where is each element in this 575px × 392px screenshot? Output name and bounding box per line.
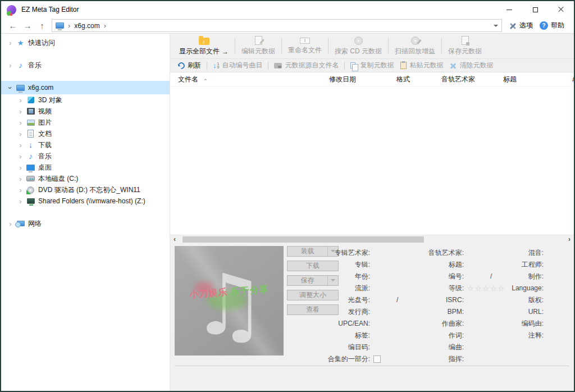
- remixer-field[interactable]: [546, 249, 569, 257]
- isrc-field[interactable]: [467, 296, 489, 304]
- column-header-number[interactable]: #: [572, 72, 575, 86]
- chevron-right-icon[interactable]: ›: [16, 118, 25, 127]
- minimize-button[interactable]: [496, 1, 522, 18]
- chevron-down-icon[interactable]: ›: [6, 83, 15, 93]
- chevron-right-icon[interactable]: ›: [6, 61, 15, 70]
- help-button[interactable]: ? 帮助: [540, 21, 564, 30]
- genre-field[interactable]: [373, 284, 395, 292]
- up-button[interactable]: ↑: [35, 21, 49, 30]
- sidebar-item-quick-access[interactable]: › ★ 快速访问: [1, 36, 170, 49]
- encoded-by-field[interactable]: [546, 320, 569, 327]
- track-artist-field[interactable]: [467, 249, 489, 257]
- label-field[interactable]: [373, 331, 395, 339]
- sidebar-item-downloads[interactable]: › ↓ 下载: [1, 139, 170, 151]
- conductor-field[interactable]: [467, 355, 489, 363]
- sidebar-item-this-pc[interactable]: › x6g.com: [1, 81, 170, 94]
- rename-files-button[interactable]: I 重命名文件: [282, 34, 327, 58]
- sidebar-item-videos[interactable]: › 视频: [1, 106, 170, 117]
- track-number-field[interactable]: [467, 272, 489, 280]
- catalog-number-field[interactable]: [373, 343, 395, 351]
- close-button[interactable]: [548, 1, 574, 18]
- publisher-field[interactable]: [373, 308, 395, 316]
- chevron-right-icon[interactable]: ›: [6, 220, 15, 228]
- toolbar-separator: [328, 38, 328, 54]
- search-cd-metadata-button[interactable]: 搜索 CD 元数据: [329, 34, 387, 58]
- sidebar-item-dvd-drive-d[interactable]: › DVD 驱动器 (D:) 不忘初心_WIN11: [1, 184, 170, 195]
- maximize-button[interactable]: [522, 1, 548, 18]
- sidebar-item-music[interactable]: › ♪ 音乐: [1, 58, 170, 72]
- column-header-modified-date[interactable]: 修改日期: [329, 72, 356, 86]
- chevron-right-icon[interactable]: ›: [16, 152, 25, 161]
- chevron-right-icon[interactable]: ›: [6, 39, 15, 47]
- year-field[interactable]: [373, 272, 395, 280]
- chevron-right-icon[interactable]: ›: [16, 107, 25, 116]
- sidebar-item-desktop[interactable]: › 桌面: [1, 162, 170, 173]
- column-header-filename[interactable]: 文件名 ›: [178, 72, 206, 86]
- bpm-field[interactable]: [467, 308, 489, 316]
- field-label-engineer: 工程师:: [487, 260, 544, 270]
- sidebar-item-music-folder[interactable]: › ♪ 音乐: [1, 151, 170, 162]
- metadata-from-filename-button[interactable]: 元数据源自文件名: [271, 61, 342, 70]
- album-field[interactable]: [373, 261, 395, 268]
- chevron-right-icon[interactable]: ›: [16, 96, 25, 104]
- title-field[interactable]: [467, 261, 489, 268]
- chevron-right-icon[interactable]: ›: [16, 130, 25, 138]
- sidebar-item-local-disk-c[interactable]: › 本地磁盘 (C:): [1, 173, 170, 184]
- options-button[interactable]: 选项: [509, 21, 533, 30]
- chevron-right-icon[interactable]: ›: [16, 163, 25, 172]
- sidebar-item-label: 桌面: [38, 163, 52, 172]
- lyricist-field[interactable]: [467, 331, 489, 339]
- scan-replaygain-button[interactable]: 扫描回放增益: [389, 34, 441, 58]
- 3d-object-icon: [25, 97, 36, 103]
- paste-metadata-button[interactable]: 粘贴元数据: [397, 61, 446, 70]
- copyright-field[interactable]: [546, 296, 569, 304]
- breadcrumb-chevron-icon[interactable]: ›: [104, 21, 106, 30]
- arranger-field[interactable]: [467, 343, 489, 351]
- album-artist-field[interactable]: [373, 249, 395, 257]
- comment-field[interactable]: [546, 331, 569, 339]
- sidebar-item-shared-folders-z[interactable]: › Shared Folders (\\vmware-host) (Z:): [1, 195, 170, 207]
- refresh-button[interactable]: 刷新: [175, 61, 204, 70]
- chevron-right-icon[interactable]: ›: [16, 141, 25, 149]
- url-field[interactable]: [546, 308, 569, 316]
- auto-number-tracks-button[interactable]: ↓19 自动编号曲目: [209, 61, 266, 70]
- breadcrumb[interactable]: › x6g.com ›: [52, 19, 502, 32]
- engineer-field[interactable]: [546, 261, 569, 268]
- window-controls: [496, 1, 574, 18]
- sidebar-item-documents[interactable]: › 文档: [1, 128, 170, 139]
- breadcrumb-location[interactable]: x6g.com: [74, 22, 99, 30]
- sidebar-item-pictures[interactable]: › 图片: [1, 117, 170, 128]
- scroll-right-icon[interactable]: ›: [565, 235, 574, 244]
- column-label: #: [572, 76, 575, 84]
- disc-number-field[interactable]: [373, 296, 395, 304]
- title-bar: EZ Meta Tag Editor: [1, 1, 574, 18]
- chevron-right-icon[interactable]: ›: [16, 197, 25, 206]
- address-dropdown-icon[interactable]: [494, 25, 498, 29]
- file-list[interactable]: [170, 86, 574, 235]
- forward-button[interactable]: →: [20, 21, 35, 30]
- upc-ean-field[interactable]: [373, 320, 395, 327]
- scroll-left-icon[interactable]: ‹: [170, 235, 179, 244]
- sidebar-item-network[interactable]: › 网络: [1, 217, 170, 230]
- arrow-right-icon: →: [222, 48, 229, 56]
- column-header-track-artist[interactable]: 音轨艺术家: [441, 72, 475, 86]
- compilation-checkbox[interactable]: [373, 355, 381, 363]
- composer-field[interactable]: [467, 320, 489, 327]
- chevron-right-icon[interactable]: ›: [16, 186, 25, 194]
- save-metadata-button[interactable]: 保存元数据: [442, 34, 487, 58]
- close-icon: [558, 6, 564, 13]
- sidebar-item-3d-objects[interactable]: › 3D 对象: [1, 94, 170, 106]
- back-button[interactable]: ←: [6, 21, 20, 30]
- horizontal-scrollbar[interactable]: ‹ ›: [170, 235, 574, 243]
- edit-metadata-button[interactable]: 编辑元数据: [236, 34, 281, 58]
- scrollbar-thumb[interactable]: [182, 236, 424, 243]
- album-art-placeholder[interactable]: 小刀娱乐 乐于分享 ♫: [175, 246, 284, 355]
- clear-metadata-button[interactable]: 清除元数据: [446, 61, 496, 70]
- show-all-files-button[interactable]: ♪ 显示全部文件→: [174, 34, 234, 58]
- language-field[interactable]: [546, 284, 569, 292]
- producer-field[interactable]: [546, 272, 569, 280]
- column-header-format[interactable]: 格式: [396, 72, 410, 86]
- copy-metadata-button[interactable]: 复制元数据: [347, 61, 397, 70]
- chevron-right-icon[interactable]: ›: [16, 175, 25, 183]
- column-header-title[interactable]: 标题: [503, 72, 517, 86]
